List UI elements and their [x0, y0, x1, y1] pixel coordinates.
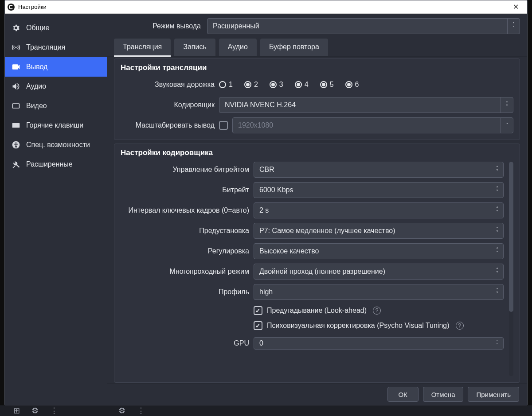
- sidebar-item-label: Расширенные: [26, 160, 73, 168]
- sidebar-item-label: Спец. возможности: [26, 141, 90, 149]
- chevron-updown-icon: ˄˅: [491, 223, 503, 238]
- output-mode-label: Режим вывода: [114, 22, 207, 30]
- main-panel: Режим вывода Расширенный ˄˅ Трансляция З…: [107, 14, 527, 405]
- help-icon[interactable]: [456, 322, 464, 330]
- bottom-icon: ⋮: [50, 406, 58, 416]
- rescale-label: Масштабировать вывод: [121, 121, 219, 129]
- sidebar-item-general[interactable]: Общие: [5, 18, 107, 38]
- audio-track-4[interactable]: 4: [295, 81, 309, 89]
- keyint-spinner[interactable]: 2 s ˄˅: [254, 202, 504, 218]
- rate-control-row: Управление битрейтом CBR ˄˅: [121, 162, 504, 178]
- sidebar-item-label: Трансляция: [26, 43, 65, 51]
- rescale-checkbox[interactable]: [219, 121, 228, 130]
- chevron-updown-icon: ˄˅: [501, 97, 513, 113]
- rescale-placeholder: 1920x1080: [238, 121, 273, 129]
- sidebar-item-advanced[interactable]: Расширенные: [5, 155, 107, 174]
- help-icon[interactable]: [373, 307, 381, 315]
- sidebar-item-label: Горячие клавиши: [26, 121, 83, 129]
- sidebar-item-hotkeys[interactable]: Горячие клавиши: [5, 116, 107, 135]
- psycho-checkbox[interactable]: [254, 321, 262, 330]
- tools-icon: [11, 159, 21, 169]
- apply-button[interactable]: Применить: [468, 387, 519, 402]
- chevron-updown-icon: ˄˅: [491, 264, 503, 279]
- window-title: Настройки: [18, 4, 47, 10]
- audio-track-5[interactable]: 5: [320, 81, 334, 89]
- tab-audio[interactable]: Аудио: [219, 39, 257, 56]
- sidebar-item-label: Видео: [26, 102, 47, 110]
- keyboard-icon: [11, 121, 21, 130]
- sidebar-item-output[interactable]: Вывод: [5, 57, 107, 77]
- audio-track-3[interactable]: 3: [270, 81, 283, 89]
- multipass-select[interactable]: Двойной проход (полное разрешение) ˄˅: [254, 264, 504, 280]
- spinner-updown-icon: ˄˅: [491, 183, 503, 198]
- sidebar-item-label: Общие: [26, 24, 50, 32]
- gpu-spinner[interactable]: 0 ˄˅: [254, 337, 504, 350]
- gpu-row: GPU 0 ˄˅: [121, 335, 504, 351]
- tab-recording[interactable]: Запись: [174, 39, 215, 56]
- chevron-updown-icon: ˄˅: [507, 19, 520, 34]
- audio-track-label: Звуковая дорожка: [121, 81, 219, 89]
- encoder-settings-group: Настройки кодировщика Управление битрейт…: [114, 144, 520, 383]
- close-button[interactable]: ✕: [507, 0, 524, 13]
- audio-track-radios: 1 2 3 4 5 6: [219, 81, 513, 89]
- spinner-updown-icon: ˄˅: [491, 338, 503, 349]
- encoder-select[interactable]: NVIDIA NVENC H.264 ˄˅: [219, 97, 513, 113]
- output-tabs: Трансляция Запись Аудио Буфер повтора: [107, 37, 527, 57]
- bitrate-label: Битрейт: [121, 186, 254, 194]
- bitrate-spinner[interactable]: 6000 Kbps ˄˅: [254, 182, 504, 198]
- chevron-updown-icon: ˄˅: [491, 244, 503, 259]
- streaming-settings-group: Настройки трансляции Звуковая дорожка 1 …: [114, 58, 520, 140]
- preset-label: Предустановка: [121, 227, 254, 235]
- tuning-row: Регулировка Высокое качество ˄˅: [121, 243, 504, 259]
- encoder-value: NVIDIA NVENC H.264: [225, 101, 296, 109]
- tuning-label: Регулировка: [121, 247, 254, 255]
- titlebar: Настройки ✕: [5, 0, 527, 14]
- chevron-updown-icon: ˄˅: [491, 162, 503, 177]
- lookahead-checkbox[interactable]: [254, 306, 262, 315]
- scroll-thumb[interactable]: [509, 162, 513, 312]
- encoder-settings-title: Настройки кодировщика: [121, 148, 513, 157]
- encoder-label: Кодировщик: [121, 101, 219, 109]
- background-toolbar: ⊞ ⚙ ⋮ ⚙ ⋮: [0, 405, 532, 416]
- cancel-button[interactable]: Отмена: [423, 387, 464, 402]
- preset-row: Предустановка P7: Самое медленное (лучше…: [121, 223, 504, 239]
- bottom-icon: ⚙: [31, 406, 39, 416]
- psycho-row: Психовизуальная корректировка (Psycho Vi…: [121, 319, 504, 332]
- sidebar-item-accessibility[interactable]: Спец. возможности: [5, 135, 107, 155]
- audio-track-1[interactable]: 1: [219, 81, 233, 89]
- sidebar-item-label: Вывод: [26, 63, 47, 71]
- preset-select[interactable]: P7: Самое медленное (лучшее качество) ˄˅: [254, 223, 504, 239]
- profile-select[interactable]: high ˄˅: [254, 284, 504, 300]
- app-icon: [8, 4, 15, 11]
- tuning-select[interactable]: Высокое качество ˄˅: [254, 243, 504, 259]
- chevron-down-icon: ˅: [501, 118, 513, 133]
- output-mode-select[interactable]: Расширенный ˄˅: [207, 18, 520, 34]
- settings-window: Настройки ✕ Общие Трансляция Вывод Аудио: [4, 0, 528, 405]
- multipass-row: Многопроходный режим Двойной проход (пол…: [121, 264, 504, 280]
- audio-track-6[interactable]: 6: [345, 81, 359, 89]
- tab-streaming[interactable]: Трансляция: [114, 39, 171, 57]
- spinner-updown-icon: ˄˅: [491, 203, 503, 218]
- sidebar-item-stream[interactable]: Трансляция: [5, 38, 107, 57]
- bottom-icon: ⚙: [118, 406, 125, 416]
- sidebar-item-video[interactable]: Видео: [5, 96, 107, 116]
- accessibility-icon: [11, 140, 21, 150]
- tab-replay-buffer[interactable]: Буфер повтора: [260, 39, 328, 56]
- encoder-scrollbar[interactable]: [509, 162, 513, 376]
- psycho-label: Психовизуальная корректировка (Psycho Vi…: [267, 322, 450, 330]
- sidebar-item-audio[interactable]: Аудио: [5, 77, 107, 96]
- rescale-select[interactable]: 1920x1080 ˅: [232, 117, 513, 133]
- chevron-updown-icon: ˄˅: [491, 284, 503, 299]
- audio-track-2[interactable]: 2: [244, 81, 258, 89]
- bottom-icon: ⋮: [137, 406, 145, 416]
- multipass-label: Многопроходный режим: [121, 268, 254, 276]
- gpu-label: GPU: [121, 339, 254, 347]
- audio-icon: [11, 82, 21, 91]
- keyint-row: Интервал ключевых кадров (0=авто) 2 s ˄˅: [121, 202, 504, 218]
- gear-icon: [11, 23, 21, 33]
- rate-control-select[interactable]: CBR ˄˅: [254, 162, 504, 178]
- sidebar: Общие Трансляция Вывод Аудио Видео Горяч…: [5, 14, 107, 405]
- ok-button[interactable]: ОК: [387, 387, 419, 402]
- rescale-row: Масштабировать вывод 1920x1080 ˅: [121, 117, 513, 133]
- sidebar-item-label: Аудио: [26, 82, 46, 90]
